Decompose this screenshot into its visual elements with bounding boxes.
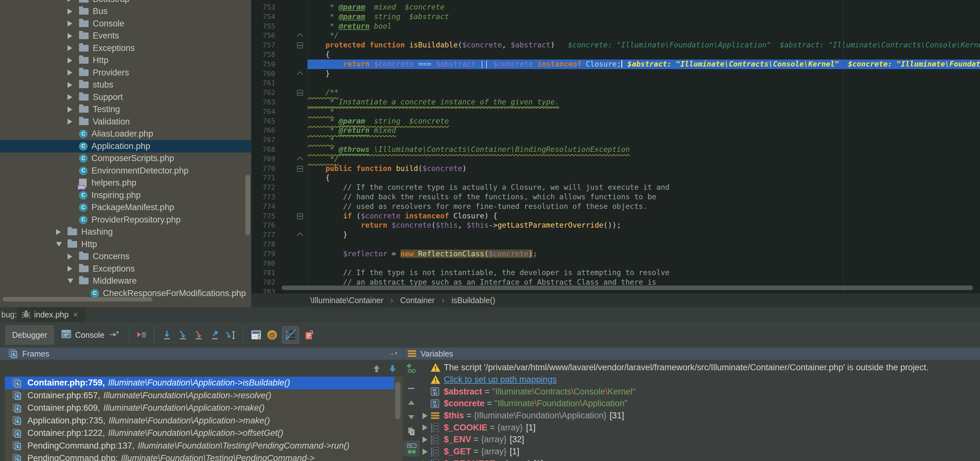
line-number[interactable]: 764 <box>251 107 275 117</box>
expand-icon[interactable] <box>422 436 428 443</box>
chevron-right-icon[interactable] <box>68 82 72 88</box>
tree-item-events[interactable]: Events <box>0 30 251 42</box>
chevron-right-icon[interactable] <box>68 94 72 100</box>
chevron-right-icon[interactable] <box>68 58 72 63</box>
frame-row[interactable]: Container.php:1222,Illuminate\Foundation… <box>5 427 394 440</box>
variable-row-_env[interactable]: 123$_ENV={array}[32] <box>420 434 980 446</box>
tree-item-http[interactable]: Http <box>0 54 251 67</box>
line-number[interactable]: 783 <box>251 287 275 293</box>
next-frame-icon[interactable] <box>388 364 397 373</box>
code-line-770[interactable]: 770 public function build($concrete) <box>251 164 980 174</box>
code-line-772[interactable]: 772 // If the concrete type is actually … <box>251 183 980 192</box>
fold-collapse-icon[interactable] <box>297 42 303 48</box>
variable-row-_cookie[interactable]: 123$_COOKIE={array}[1] <box>420 421 980 434</box>
fold-end-icon[interactable] <box>297 71 303 78</box>
frame-row[interactable]: Application.php:735,Illuminate\Foundatio… <box>5 415 394 427</box>
chevron-down-icon[interactable] <box>68 279 73 284</box>
add-watch-button[interactable] <box>406 362 417 374</box>
code-line-777[interactable]: 777 } <box>251 230 980 240</box>
chevron-right-icon[interactable] <box>68 70 72 76</box>
show-watches-button[interactable] <box>404 441 419 456</box>
code-line-781[interactable]: 781 // If the type is not instantiable, … <box>251 268 980 277</box>
tree-item-application-php[interactable]: CApplication.php <box>0 140 251 152</box>
fold-collapse-icon[interactable] <box>297 213 303 219</box>
remove-watch-button[interactable] <box>406 383 417 394</box>
code-line-757[interactable]: 757 protected function isBuildable($conc… <box>251 40 980 50</box>
tree-item-stubs[interactable]: stubs <box>0 79 251 91</box>
frame-row[interactable]: Container.php:759,Illuminate\Foundation\… <box>5 377 394 390</box>
line-number[interactable]: 775 <box>251 211 275 221</box>
variable-row[interactable]: The script '/private/var/html/www/lavare… <box>420 362 980 374</box>
variable-row[interactable]: Click to set up path mappings <box>420 374 980 386</box>
chevron-right-icon[interactable] <box>68 33 72 39</box>
chevron-right-icon[interactable] <box>68 266 72 272</box>
chevron-right-icon[interactable] <box>68 9 72 14</box>
tree-item-aliasloader-php[interactable]: CAliasLoader.php <box>0 128 251 140</box>
previous-frame-icon[interactable] <box>372 364 381 373</box>
line-number[interactable]: 770 <box>251 164 275 174</box>
chevron-right-icon[interactable] <box>68 45 72 51</box>
tree-item-exceptions[interactable]: Exceptions <box>0 42 251 54</box>
tree-vertical-scrollbar[interactable] <box>245 175 250 235</box>
line-number[interactable]: 754 <box>251 12 275 22</box>
show-execution-point-button[interactable] <box>135 329 148 341</box>
code-line-768[interactable]: 768 * @throws \Illuminate\Contracts\Cont… <box>251 145 980 154</box>
line-number[interactable]: 781 <box>251 268 275 277</box>
code-lines[interactable]: 753 * @param mixed $concrete754 * @param… <box>251 0 980 293</box>
expand-icon[interactable] <box>422 425 428 431</box>
code-line-764[interactable]: 764 * <box>251 107 980 117</box>
code-line-780[interactable]: 780 <box>251 259 980 268</box>
path-mappings-link[interactable]: Click to set up path mappings <box>444 375 557 385</box>
debug-session-tab[interactable]: index.php × <box>18 307 85 322</box>
step-over-button[interactable] <box>161 329 173 341</box>
tree-item-packagemanifest-php[interactable]: CPackageManifest.php <box>0 201 251 214</box>
code-line-754[interactable]: 754 * @param string $abstract <box>251 12 980 22</box>
tree-item-bus[interactable]: Bus <box>0 5 251 18</box>
frame-row[interactable]: PendingCommand.php:Illuminate\Foundation… <box>5 452 394 461</box>
line-number[interactable]: 766 <box>251 126 275 135</box>
code-line-756[interactable]: 756 */ <box>251 31 980 40</box>
code-line-759[interactable]: 759 return $concrete === $abstract || $c… <box>251 60 980 69</box>
duplicate-button[interactable] <box>406 426 417 437</box>
tree-item-exceptions[interactable]: Exceptions <box>0 263 251 275</box>
variable-row-concrete[interactable]: 1001$concrete="Illuminate\Foundation\App… <box>420 398 980 410</box>
run-to-cursor-button[interactable] <box>224 329 237 341</box>
tree-item-middleware[interactable]: Middleware <box>0 275 251 287</box>
tab-debugger[interactable]: Debugger <box>5 325 54 345</box>
breadcrumb-item[interactable]: Container <box>400 296 434 305</box>
previous-frame-icon[interactable] <box>372 364 381 373</box>
line-number[interactable]: 776 <box>251 221 275 230</box>
breadcrumb-item[interactable]: isBuildable() <box>452 296 495 305</box>
show-values-inline-button[interactable]: 12 <box>282 326 299 344</box>
variable-row-_request[interactable]: 123$_REQUEST={array}[1] <box>420 458 980 461</box>
code-line-771[interactable]: 771 { <box>251 173 980 183</box>
line-number[interactable]: 757 <box>251 40 275 50</box>
line-number[interactable]: 762 <box>251 88 275 97</box>
code-line-773[interactable]: 773 // hand back the results of the func… <box>251 192 980 202</box>
line-number[interactable]: 772 <box>251 183 275 192</box>
chevron-right-icon[interactable] <box>68 119 72 125</box>
code-line-758[interactable]: 758 { <box>251 50 980 60</box>
line-number[interactable]: 765 <box>251 117 275 126</box>
step-out-button[interactable] <box>209 329 221 341</box>
line-number[interactable]: 756 <box>251 31 275 40</box>
line-number[interactable]: 755 <box>251 22 275 31</box>
variable-row-abstract[interactable]: 1001$abstract="Illuminate\Contracts\Cons… <box>420 385 980 398</box>
tree-item-providers[interactable]: Providers <box>0 67 251 79</box>
code-line-760[interactable]: 760 } <box>251 69 980 79</box>
line-number[interactable]: 753 <box>251 3 275 12</box>
tree-item-providerrepository-php[interactable]: CProviderRepository.php <box>0 214 251 226</box>
line-number[interactable]: 777 <box>251 230 275 240</box>
tree-item-hashing[interactable]: Hashing <box>0 226 251 238</box>
expand-icon[interactable] <box>422 448 428 455</box>
code-line-755[interactable]: 755 * @return bool <box>251 22 980 31</box>
fold-end-icon[interactable] <box>297 33 303 40</box>
line-number[interactable]: 763 <box>251 97 275 107</box>
code-line-769[interactable]: 769 */ <box>251 154 980 164</box>
fold-collapse-icon[interactable] <box>297 90 303 96</box>
move-down-button[interactable] <box>406 411 417 423</box>
chevron-right-icon[interactable] <box>68 254 72 260</box>
line-number[interactable]: 782 <box>251 277 275 287</box>
breadcrumb-item[interactable]: \Illuminate\Container <box>310 296 383 305</box>
fold-end-icon[interactable] <box>297 157 303 163</box>
